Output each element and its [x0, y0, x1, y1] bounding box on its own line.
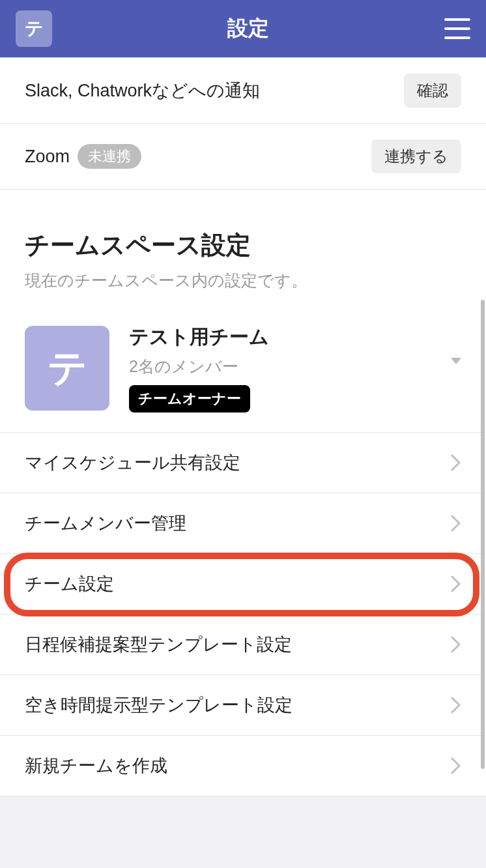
- nav-item-proposal-template[interactable]: 日程候補提案型テンプレート設定: [0, 615, 486, 675]
- chevron-right-icon: [451, 515, 461, 532]
- bottom-spacer: [0, 796, 486, 868]
- chevron-right-icon: [451, 697, 461, 714]
- connect-button[interactable]: 連携する: [371, 139, 461, 173]
- integration-row-zoom[interactable]: Zoom 未連携 連携する: [0, 124, 486, 190]
- chevron-right-icon: [451, 575, 461, 592]
- nav-item-my-schedule-share[interactable]: マイスケジュール共有設定: [0, 433, 486, 493]
- menu-icon[interactable]: [444, 18, 470, 39]
- integration-row-slack[interactable]: Slack, Chatworkなどへの通知 確認: [0, 58, 486, 124]
- team-name: テスト用チーム: [129, 324, 461, 351]
- nav-item-label: 新規チームを作成: [25, 754, 167, 777]
- section-title: チームスペース設定: [25, 229, 461, 262]
- chevron-down-icon: [451, 358, 461, 364]
- team-nav-list: マイスケジュール共有設定 チームメンバー管理 チーム設定 日程候補提案型テンプレ…: [0, 433, 486, 796]
- team-avatar: テ: [25, 326, 109, 411]
- nav-item-label: 日程候補提案型テンプレート設定: [25, 633, 292, 656]
- nav-item-create-team[interactable]: 新規チームを作成: [0, 736, 486, 796]
- chevron-right-icon: [451, 454, 461, 471]
- chevron-right-icon: [451, 636, 461, 653]
- nav-item-label: チームメンバー管理: [25, 512, 186, 535]
- header-avatar[interactable]: テ: [16, 10, 52, 47]
- integrations-list: Slack, Chatworkなどへの通知 確認 Zoom 未連携 連携する: [0, 57, 486, 190]
- section-header: チームスペース設定 現在のチームスペース内の設定です。: [0, 190, 486, 304]
- nav-item-label: チーム設定: [25, 572, 114, 596]
- nav-item-team-members[interactable]: チームメンバー管理: [0, 493, 486, 554]
- app-header: テ 設定: [0, 0, 486, 57]
- integration-label: Zoom: [25, 147, 70, 167]
- content: Slack, Chatworkなどへの通知 確認 Zoom 未連携 連携する チ…: [0, 57, 486, 868]
- confirm-button[interactable]: 確認: [404, 74, 461, 108]
- nav-item-availability-template[interactable]: 空き時間提示型テンプレート設定: [0, 675, 486, 736]
- integration-label: Slack, Chatworkなどへの通知: [25, 79, 260, 102]
- status-badge: 未連携: [78, 144, 141, 169]
- scrollbar[interactable]: [481, 300, 485, 769]
- chevron-right-icon: [451, 757, 461, 774]
- nav-item-team-settings[interactable]: チーム設定: [0, 554, 486, 615]
- page-title: 設定: [227, 14, 269, 43]
- team-members: 2名のメンバー: [129, 356, 461, 377]
- section-subtitle: 現在のチームスペース内の設定です。: [25, 270, 461, 291]
- team-info: テスト用チーム 2名のメンバー チームオーナー: [129, 324, 461, 412]
- nav-item-label: 空き時間提示型テンプレート設定: [25, 693, 293, 717]
- nav-item-label: マイスケジュール共有設定: [25, 451, 240, 474]
- team-role-badge: チームオーナー: [129, 385, 250, 412]
- team-selector[interactable]: テ テスト用チーム 2名のメンバー チームオーナー: [0, 311, 486, 433]
